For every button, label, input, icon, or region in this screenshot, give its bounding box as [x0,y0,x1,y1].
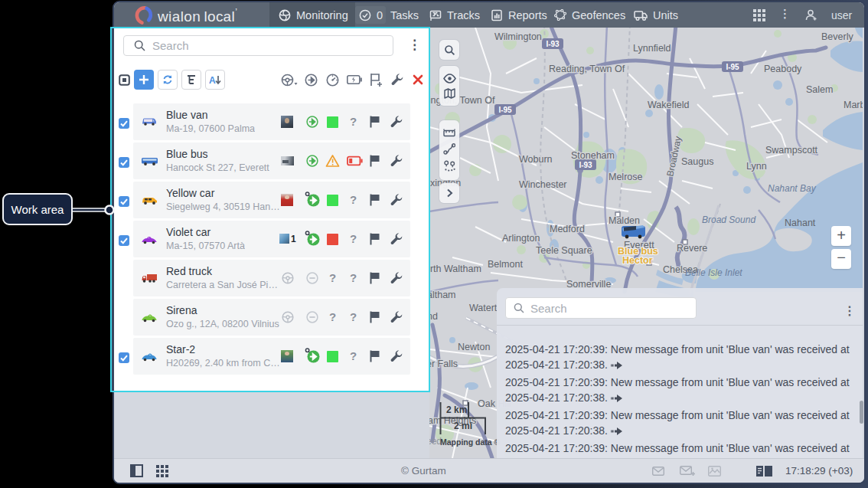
svg-text:Revere: Revere [677,243,707,254]
svg-text:Wilmington: Wilmington [494,31,542,42]
svg-text:er Falls: er Falls [429,359,458,369]
svg-text:Teele Square: Teele Square [536,245,592,256]
svg-text:Stoneham: Stoneham [571,150,615,161]
svg-text:Woburn: Woburn [519,154,553,165]
svg-text:Belmont: Belmont [488,259,523,270]
svg-text:Malden: Malden [609,215,640,226]
svg-text:Nahant Bay: Nahant Bay [768,183,817,194]
svg-text:orth Waltham: orth Waltham [429,264,481,274]
svg-text:Salem: Salem [806,84,833,95]
svg-text:nd: nd [429,311,438,322]
svg-text:Arlington: Arlington [502,233,540,244]
svg-text:Watert: Watert [469,303,498,313]
svg-text:Mapping data ©: Mapping data © [440,437,501,447]
svg-text:Wakefield: Wakefield [648,100,689,110]
svg-text:Belle Isle Inlet: Belle Isle Inlet [685,267,742,278]
svg-text:Reading, Town Of: Reading, Town Of [549,64,625,74]
svg-text:2 mi: 2 mi [454,421,472,431]
svg-text:I-95: I-95 [498,106,512,114]
svg-text:Peabody: Peabody [764,64,802,74]
svg-text:Lynn: Lynn [746,161,767,172]
svg-text:I-93: I-93 [546,40,560,48]
svg-text:Melrose: Melrose [609,172,643,182]
svg-text:Medford: Medford [550,224,585,234]
svg-text:Swampscott: Swampscott [765,145,818,156]
svg-text:Lynnfield: Lynnfield [633,43,671,54]
svg-text:I-93: I-93 [579,161,592,169]
svg-text:2 km: 2 km [446,404,467,415]
svg-text:Newton: Newton [458,342,490,352]
svg-text:Marbleh: Marbleh [844,100,863,110]
svg-text:Nahant: Nahant [785,218,816,228]
svg-text:I-95: I-95 [726,63,739,71]
svg-text:A: A [209,75,216,86]
svg-text:Hector: Hector [622,255,653,266]
svg-text:Beverly: Beverly [821,31,853,42]
svg-text:Saugus: Saugus [681,156,713,167]
svg-text:Broad Sound: Broad Sound [702,215,755,225]
svg-text:Winchester: Winchester [519,179,567,190]
svg-text:altham: altham [429,290,456,300]
